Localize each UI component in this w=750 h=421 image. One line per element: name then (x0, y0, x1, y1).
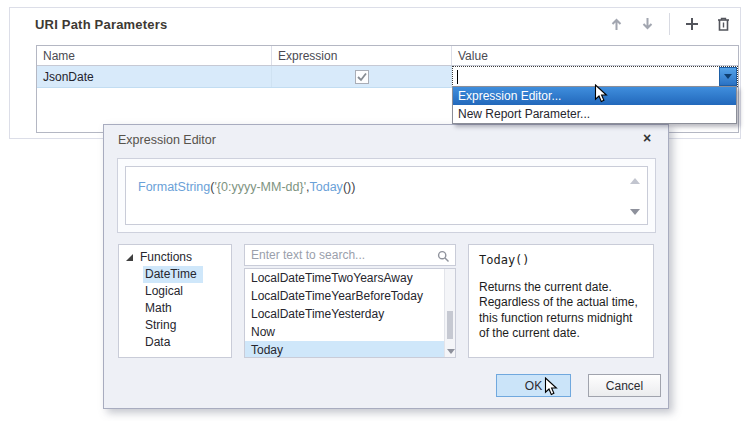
scroll-up-icon[interactable] (630, 178, 640, 184)
tree-node-functions[interactable]: Functions (119, 248, 231, 265)
list-item-localdatetimeyearbeforetoday[interactable]: LocalDateTimeYearBeforeToday (245, 287, 455, 305)
list-item-localdatetimetwoyearsaway[interactable]: LocalDateTimeTwoYearsAway (245, 269, 455, 287)
move-down-icon[interactable] (638, 14, 656, 34)
cell-name[interactable]: JsonDate (37, 66, 272, 87)
tree-node-logical[interactable]: Logical (119, 282, 231, 299)
tree-node-label: DateTime (143, 266, 203, 283)
list-item-now[interactable]: Now (245, 323, 455, 341)
list-item-today[interactable]: Today (245, 341, 455, 358)
add-icon[interactable] (683, 14, 701, 34)
expression-code-panel: FormatString('{0:yyyy-MM-dd}',Today()) (117, 158, 656, 233)
function-description: Returns the current date. Regardless of … (479, 280, 645, 341)
function-description-panel: Today() Returns the current date. Regard… (468, 244, 654, 358)
tree-node-label: Data (143, 334, 176, 351)
chevron-down-icon (724, 74, 732, 79)
column-header-name[interactable]: Name (37, 46, 272, 65)
delete-trash-icon[interactable] (714, 14, 732, 34)
move-up-icon[interactable] (607, 14, 625, 34)
tree-node-math[interactable]: Math (119, 299, 231, 316)
tree-root-label: Functions (140, 250, 192, 264)
search-box (244, 244, 456, 266)
scrollbar-down-icon[interactable] (447, 349, 455, 354)
mouse-cursor (594, 84, 610, 108)
dialog-title: Expression Editor (118, 133, 216, 147)
text-caret (457, 70, 458, 84)
mouse-cursor (544, 377, 560, 401)
function-signature: Today() (479, 253, 643, 267)
functions-list: LocalDateTimeTwoYearsAwayLocalDateTimeYe… (244, 268, 456, 358)
cell-expression (272, 66, 452, 87)
combo-dropdown-button[interactable] (719, 67, 737, 86)
panel-toolbar (607, 13, 732, 35)
column-header-value[interactable]: Value (452, 46, 738, 65)
panel-title: URI Path Parameters (35, 17, 167, 32)
column-header-expression[interactable]: Expression (272, 46, 452, 65)
scroll-down-icon[interactable] (630, 209, 640, 215)
screen: URI Path Parameters (0, 0, 750, 421)
search-icon (437, 249, 450, 267)
expression-text: FormatString('{0:yyyy-MM-dd}',Today()) (138, 180, 355, 194)
expression-token-function: Today (310, 180, 343, 194)
tree-expander-icon[interactable] (124, 252, 134, 262)
expression-token-plain: ()) (343, 180, 356, 194)
tree-node-label: Math (143, 300, 178, 317)
scrollbar-thumb[interactable] (447, 311, 453, 339)
tree-node-string[interactable]: String (119, 316, 231, 333)
cancel-button[interactable]: Cancel (588, 374, 661, 397)
tree-node-datetime[interactable]: DateTime (119, 265, 231, 282)
grid-header-row: Name Expression Value (37, 46, 738, 66)
table-row[interactable]: JsonDate (37, 66, 738, 88)
functions-tree: Functions DateTimeLogicalMathStringData (118, 244, 232, 358)
expression-checkbox[interactable] (355, 70, 369, 84)
search-input[interactable] (245, 245, 455, 265)
toolbar-separator (669, 13, 670, 35)
expression-token-string: '{0:yyyy-MM-dd}' (214, 180, 306, 194)
expression-editor-dialog: Expression Editor × FormatString('{0:yyy… (103, 124, 669, 409)
expression-token-function: FormatString (138, 180, 210, 194)
tree-node-label: String (143, 317, 182, 334)
close-icon[interactable]: × (639, 130, 655, 146)
expression-code-editor[interactable]: FormatString('{0:yyyy-MM-dd}',Today()) (125, 166, 648, 225)
tree-node-data[interactable]: Data (119, 333, 231, 350)
list-scrollbar[interactable] (444, 269, 455, 357)
tree-node-label: Logical (143, 283, 189, 300)
list-item-localdatetimeyesterday[interactable]: LocalDateTimeYesterday (245, 305, 455, 323)
